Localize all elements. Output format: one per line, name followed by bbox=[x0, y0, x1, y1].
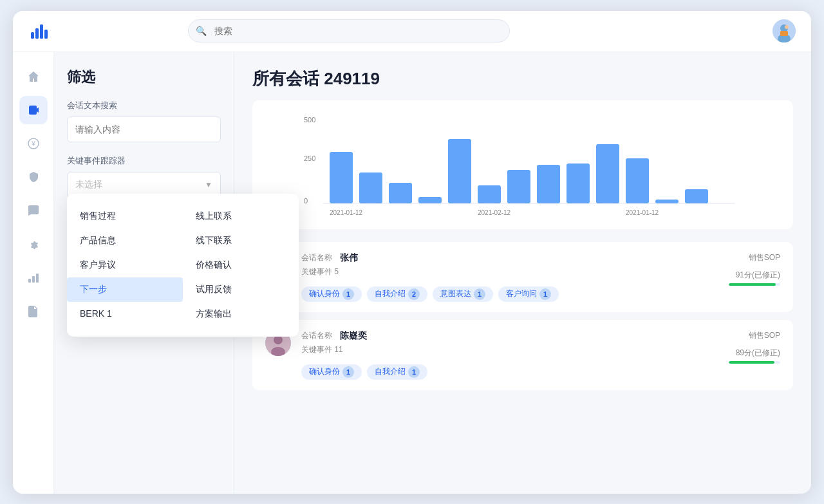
dropdown-col-1: 销售过程 产品信息 客户异议 下一步 BERK 1 bbox=[67, 199, 183, 331]
svg-rect-28 bbox=[626, 158, 649, 203]
svg-rect-22 bbox=[448, 139, 471, 203]
tracker-label: 关键事件跟踪器 bbox=[67, 155, 221, 167]
dropdown-item-berk1[interactable]: BERK 1 bbox=[67, 302, 183, 325]
tag-self-intro-1: 自我介绍 2 bbox=[367, 286, 427, 302]
bar-chart: 500 250 0 bbox=[265, 113, 780, 216]
keyword-header-2: 关键事件 11 bbox=[301, 344, 693, 355]
score-bar-fill-2 bbox=[729, 361, 774, 364]
text-search-label: 会话文本搜索 bbox=[67, 100, 221, 111]
main-layout: ¥ 筛选 会话文本搜索 bbox=[13, 52, 811, 494]
svg-rect-23 bbox=[478, 185, 501, 203]
app-window: 🔍 ¥ bbox=[13, 11, 811, 494]
text-search-input[interactable] bbox=[67, 117, 221, 142]
svg-rect-11 bbox=[28, 279, 31, 283]
score-bar-fill-1 bbox=[729, 283, 776, 286]
keyword-header-1: 关键事件 5 bbox=[301, 266, 693, 277]
svg-rect-18 bbox=[330, 152, 353, 203]
conv-label-2: 会话名称 bbox=[301, 330, 332, 341]
svg-rect-21 bbox=[418, 197, 442, 203]
svg-text:250: 250 bbox=[304, 154, 315, 162]
svg-text:0: 0 bbox=[304, 197, 308, 205]
tag-confirm-identity-1: 确认身份 1 bbox=[301, 286, 362, 302]
conv-info-2: 会话名称 陈嶷奕 关键事件 11 确认身份 1 自我介绍 1 bbox=[301, 330, 693, 380]
score-label-2: 销售SOP bbox=[749, 330, 780, 341]
conv-name-1: 张伟 bbox=[340, 252, 358, 264]
sidebar-item-chart[interactable] bbox=[19, 263, 48, 292]
svg-rect-24 bbox=[507, 170, 530, 203]
svg-text:2021-01-12: 2021-01-12 bbox=[626, 209, 659, 216]
svg-rect-3 bbox=[44, 30, 48, 39]
search-bar: 🔍 bbox=[188, 19, 510, 42]
svg-point-38 bbox=[274, 335, 283, 344]
chart-container: 500 250 0 bbox=[252, 100, 793, 229]
svg-text:2021-01-12: 2021-01-12 bbox=[330, 209, 363, 216]
content-area: 筛选 会话文本搜索 关键事件跟踪器 未选择 ▼ 销售过程 产品信息 客户异议 下… bbox=[54, 52, 811, 494]
sidebar: ¥ bbox=[13, 52, 54, 494]
page-header: 所有会话 249119 bbox=[252, 68, 793, 90]
svg-rect-1 bbox=[35, 28, 39, 39]
tag-self-intro-2: 自我介绍 1 bbox=[367, 364, 427, 380]
svg-rect-7 bbox=[780, 31, 788, 36]
conv-label-1: 会话名称 bbox=[301, 252, 332, 263]
tag-confirm-identity-2: 确认身份 1 bbox=[301, 364, 362, 380]
conv-score-area-1: 销售SOP 91分(已修正) bbox=[703, 252, 780, 286]
filter-title: 筛选 bbox=[67, 68, 221, 87]
score-value-2: 89分(已修正) bbox=[736, 344, 780, 359]
conversation-card-1: 会话名称 张伟 关键事件 5 确认身份 1 自我介绍 2 意图表达 1 客户询问… bbox=[252, 242, 793, 312]
svg-rect-13 bbox=[36, 274, 39, 283]
svg-rect-26 bbox=[566, 163, 590, 203]
svg-rect-27 bbox=[596, 144, 619, 203]
sidebar-item-shield[interactable] bbox=[19, 163, 48, 191]
score-label-1: 销售SOP bbox=[749, 252, 780, 263]
conversation-card-2: 会话名称 陈嶷奕 关键事件 11 确认身份 1 自我介绍 1 销售SOP bbox=[252, 320, 793, 390]
dropdown-item-price-confirm[interactable]: 价格确认 bbox=[183, 253, 299, 277]
score-bar-1 bbox=[729, 283, 780, 286]
score-value-1: 91分(已修正) bbox=[736, 266, 780, 281]
sidebar-item-file[interactable] bbox=[19, 297, 48, 325]
svg-text:¥: ¥ bbox=[31, 140, 35, 147]
svg-text:500: 500 bbox=[304, 116, 315, 124]
svg-rect-30 bbox=[685, 189, 708, 203]
dropdown-menu: 销售过程 产品信息 客户异议 下一步 BERK 1 线上联系 线下联系 价格确认… bbox=[67, 194, 299, 337]
conv-info-1: 会话名称 张伟 关键事件 5 确认身份 1 自我介绍 2 意图表达 1 客户询问… bbox=[301, 252, 693, 302]
svg-rect-25 bbox=[537, 165, 560, 203]
dropdown-item-online-contact[interactable]: 线上联系 bbox=[183, 204, 299, 229]
sidebar-item-money[interactable]: ¥ bbox=[19, 129, 48, 158]
sidebar-item-home[interactable] bbox=[19, 62, 48, 91]
svg-text:2021-02-12: 2021-02-12 bbox=[478, 209, 511, 216]
svg-rect-20 bbox=[389, 183, 412, 203]
avatar[interactable] bbox=[772, 19, 796, 42]
svg-rect-12 bbox=[32, 276, 35, 283]
keyword-col-2: 关键事件 11 确认身份 1 自我介绍 1 bbox=[301, 344, 693, 380]
tracker-select-value: 未选择 bbox=[75, 179, 102, 191]
sidebar-item-settings[interactable] bbox=[19, 230, 48, 258]
tag-intent-1: 意图表达 1 bbox=[433, 286, 493, 302]
svg-rect-0 bbox=[31, 32, 34, 39]
right-content: 所有会话 249119 500 250 0 bbox=[234, 52, 811, 494]
keyword-col-1: 关键事件 5 确认身份 1 自我介绍 2 意图表达 1 客户询问 1 bbox=[301, 266, 693, 302]
svg-point-8 bbox=[785, 25, 789, 29]
sidebar-item-video[interactable] bbox=[19, 96, 48, 124]
dropdown-item-sales-process[interactable]: 销售过程 bbox=[67, 204, 183, 229]
conv-tags-2: 确认身份 1 自我介绍 1 bbox=[301, 364, 693, 380]
search-input[interactable] bbox=[188, 19, 510, 42]
chevron-down-icon: ▼ bbox=[205, 180, 212, 189]
conv-tags-1: 确认身份 1 自我介绍 2 意图表达 1 客户询问 1 bbox=[301, 286, 693, 302]
score-bar-2 bbox=[729, 361, 780, 364]
left-panel: 筛选 会话文本搜索 关键事件跟踪器 未选择 ▼ 销售过程 产品信息 客户异议 下… bbox=[54, 52, 234, 494]
dropdown-item-product-info[interactable]: 产品信息 bbox=[67, 229, 183, 253]
dropdown-item-next-step[interactable]: 下一步 bbox=[67, 277, 183, 302]
topbar: 🔍 bbox=[13, 11, 811, 52]
dropdown-item-offline-contact[interactable]: 线下联系 bbox=[183, 229, 299, 253]
dropdown-item-customer-objection[interactable]: 客户异议 bbox=[67, 253, 183, 277]
svg-rect-2 bbox=[40, 24, 43, 39]
conv-score-area-2: 销售SOP 89分(已修正) bbox=[703, 330, 780, 364]
dropdown-item-plan-output[interactable]: 方案输出 bbox=[183, 302, 299, 326]
search-icon: 🔍 bbox=[196, 26, 207, 36]
svg-rect-29 bbox=[655, 200, 679, 203]
dropdown-col-2: 线上联系 线下联系 价格确认 试用反馈 方案输出 bbox=[183, 199, 299, 331]
tag-customer-inquiry-1: 客户询问 1 bbox=[498, 286, 559, 302]
sidebar-item-message[interactable] bbox=[19, 196, 48, 225]
conv-name-2: 陈嶷奕 bbox=[340, 330, 367, 342]
dropdown-item-trial-feedback[interactable]: 试用反馈 bbox=[183, 277, 299, 302]
